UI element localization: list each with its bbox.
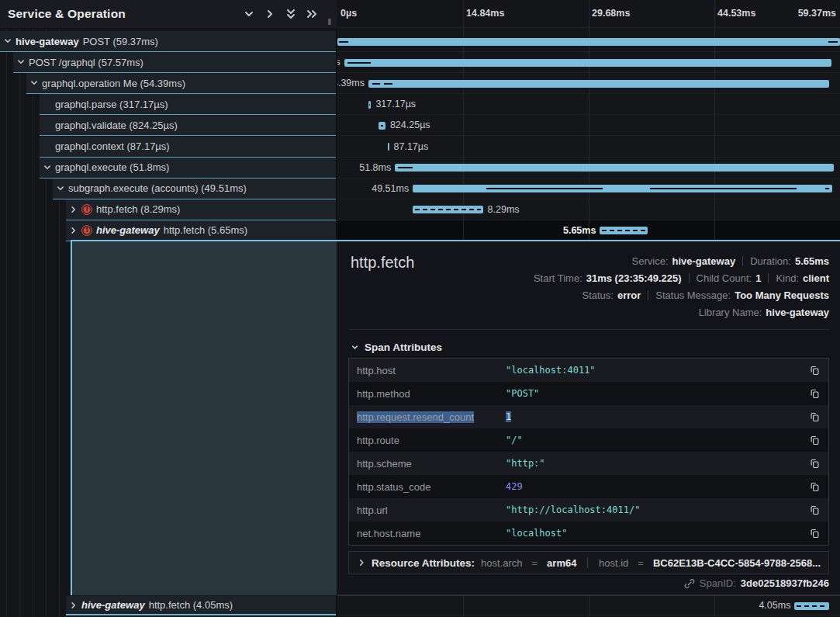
- chevron-right-icon: [357, 559, 365, 567]
- copy-icon[interactable]: [807, 365, 821, 376]
- meta-divider: [689, 273, 690, 283]
- tree-row[interactable]: graphql.parse (317.17µs): [40, 94, 336, 115]
- gridline: [714, 0, 715, 241]
- attribute-row[interactable]: http.host"localhost:4011": [349, 359, 828, 382]
- tree-row[interactable]: graphql.context (87.17µs): [40, 137, 336, 158]
- span-service: hive-gateway: [16, 36, 79, 47]
- tree-row[interactable]: POST /graphql (57.57ms): [13, 52, 336, 73]
- tree-row[interactable]: !http.fetch (8.29ms): [66, 199, 336, 220]
- detail-panel-top-border: [71, 240, 840, 241]
- chevron-right-icon[interactable]: [69, 205, 78, 213]
- attribute-value: "http:": [506, 458, 807, 469]
- ruler-tick-label: 0µs: [340, 8, 357, 19]
- attribute-key: http.url: [357, 504, 506, 516]
- attribute-row[interactable]: http.route"/": [349, 428, 828, 452]
- tree-row[interactable]: subgraph.execute (accounts) (49.51ms): [53, 179, 336, 199]
- span-detail-title: http.fetch: [351, 254, 414, 272]
- attribute-value: "localhost": [506, 528, 807, 539]
- meta-value: hive-gateway: [672, 255, 736, 267]
- tree-row[interactable]: graphql.execute (51.8ms): [40, 158, 336, 179]
- span-bar[interactable]: [794, 602, 828, 610]
- tree-row[interactable]: hive-gatewayPOST (59.37ms): [0, 31, 336, 52]
- span-bar[interactable]: [600, 227, 648, 234]
- detail-meta-item: Child Count:1: [697, 272, 762, 284]
- detail-divider: [349, 329, 829, 330]
- span-bar[interactable]: [368, 101, 371, 109]
- error-icon: !: [81, 204, 92, 215]
- tree-row[interactable]: !hive-gatewayhttp.fetch (5.65ms): [66, 220, 336, 241]
- span-bar[interactable]: [379, 122, 385, 130]
- detail-meta-item: Service:hive-gateway: [632, 255, 736, 267]
- span-bar[interactable]: [388, 143, 389, 151]
- chevron-down-icon[interactable]: [43, 163, 51, 172]
- gridline: [589, 596, 589, 617]
- indent-guide: [19, 29, 20, 617]
- meta-label: Status:: [582, 289, 614, 301]
- meta-label: Status Message:: [655, 289, 731, 301]
- span-bar[interactable]: [344, 59, 831, 67]
- chevron-down-icon[interactable]: [29, 79, 38, 88]
- resource-attributes-row[interactable]: Resource Attributes: host.arch=arm64host…: [348, 551, 829, 574]
- gridline: [463, 0, 464, 241]
- tree-row[interactable]: graphql.validate (824.25µs): [40, 115, 336, 136]
- copy-icon[interactable]: [807, 411, 821, 423]
- span-bar[interactable]: [337, 38, 840, 46]
- copy-icon[interactable]: [807, 528, 821, 539]
- span-id-value: 3de02518937fb246: [741, 577, 829, 589]
- resource-key: host.arch: [481, 557, 522, 569]
- resource-attributes-title: Resource Attributes:: [372, 557, 475, 569]
- attribute-row[interactable]: http.url"http://localhost:4011/": [349, 498, 828, 522]
- detail-meta-line: Library Name:hive-gateway: [699, 303, 829, 321]
- attribute-row[interactable]: http.request.resend_count1: [349, 405, 828, 428]
- attribute-row[interactable]: http.method"POST": [349, 382, 828, 405]
- span-label: graphql.context (87.17µs): [55, 140, 170, 152]
- copy-icon[interactable]: [807, 458, 821, 470]
- copy-icon[interactable]: [807, 481, 821, 493]
- span-bar[interactable]: [413, 185, 831, 192]
- meta-divider: [768, 273, 769, 283]
- timeline-panel: 0µs14.84ms29.68ms44.53ms59.37ms 59.37ms5…: [337, 0, 840, 617]
- link-icon[interactable]: [684, 578, 695, 589]
- span-bar[interactable]: [413, 206, 482, 213]
- meta-divider: [742, 256, 743, 266]
- span-bar[interactable]: [368, 80, 829, 88]
- column-resize-handle[interactable]: ‖: [323, 17, 332, 28]
- chevron-down-icon[interactable]: [56, 184, 64, 192]
- self-time-dashes: [797, 605, 826, 607]
- self-time-dash: [372, 83, 380, 85]
- chevrons-down-icon[interactable]: [284, 8, 297, 21]
- ruler-tick-label: 14.84ms: [466, 8, 504, 19]
- chevron-down-icon[interactable]: [242, 8, 255, 21]
- copy-icon[interactable]: [807, 504, 821, 516]
- tree-header: Service & Operation ‖: [0, 0, 337, 28]
- attribute-row[interactable]: http.status_code429: [349, 475, 828, 498]
- tree-row[interactable]: hive-gatewayhttp.fetch (4.05ms): [66, 596, 336, 615]
- detail-meta-line: Status:errorStatus Message:Too Many Requ…: [582, 286, 830, 303]
- span-label: POST /graphql (57.57ms): [29, 57, 143, 68]
- meta-label: Kind:: [776, 272, 799, 284]
- detail-meta-line: Start Time:31ms (23:35:49.225)Child Coun…: [534, 269, 829, 286]
- chevron-down-icon[interactable]: [16, 58, 25, 67]
- tree-row[interactable]: graphql.operation Me (54.39ms): [26, 73, 336, 94]
- self-time-dashes: [602, 230, 645, 231]
- detail-meta-item: Start Time:31ms (23:35:49.225): [534, 272, 682, 284]
- meta-value: error: [617, 289, 641, 301]
- attribute-row[interactable]: http.scheme"http:": [349, 452, 828, 475]
- chevron-right-icon[interactable]: [69, 601, 78, 609]
- selected-span-expansion: [72, 241, 337, 595]
- attribute-row[interactable]: net.host.name"localhost": [349, 522, 828, 545]
- timeline-row[interactable]: 5.65ms: [337, 220, 840, 241]
- copy-icon[interactable]: [807, 435, 821, 446]
- detail-meta-item: Status Message:Too Many Requests: [655, 289, 829, 301]
- attribute-value: 1: [506, 411, 807, 422]
- meta-divider: [648, 290, 648, 300]
- gridline: [589, 0, 589, 241]
- copy-icon[interactable]: [807, 388, 821, 400]
- chevrons-right-icon[interactable]: [305, 8, 318, 21]
- span-duration-label: 4.05ms: [759, 596, 790, 615]
- span-attributes-toggle[interactable]: Span Attributes: [351, 341, 442, 353]
- chevron-down-icon[interactable]: [3, 37, 12, 46]
- chevron-right-icon[interactable]: [263, 8, 276, 21]
- span-bar[interactable]: [395, 164, 833, 172]
- chevron-right-icon[interactable]: [69, 226, 78, 234]
